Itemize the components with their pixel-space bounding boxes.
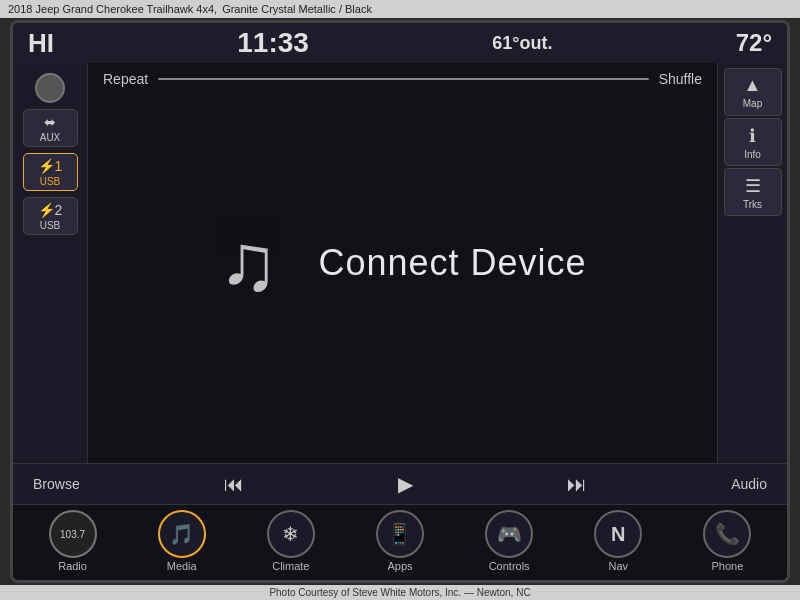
status-bar: HI 11:33 61°out. 72° <box>13 23 787 63</box>
map-label: Map <box>743 98 762 109</box>
climate-label: Climate <box>272 560 309 572</box>
info-label: Info <box>744 149 761 160</box>
aux-button[interactable]: ⬌ AUX <box>23 109 78 147</box>
nav-apps[interactable]: 📱 Apps <box>365 510 435 572</box>
nav-controls[interactable]: 🎮 Controls <box>474 510 544 572</box>
nav-bar: 103.7 Radio 🎵 Media ❄ Climate 📱 Apps 🎮 <box>13 504 787 580</box>
music-note-icon: ♫ <box>218 217 278 309</box>
connect-device-text[interactable]: Connect Device <box>318 242 586 284</box>
nav-label: Nav <box>608 560 628 572</box>
content-area: ⬌ AUX ⚡1 USB ⚡2 USB Repeat Shuffle ♫ <box>13 63 787 463</box>
map-button[interactable]: ▲ Map <box>724 68 782 116</box>
shuffle-label[interactable]: Shuffle <box>659 71 702 87</box>
phone-label: Phone <box>712 560 744 572</box>
usb2-icon: ⚡2 <box>38 202 63 218</box>
radio-circle: 103.7 <box>49 510 97 558</box>
media-icon: 🎵 <box>169 522 194 546</box>
nav-icon: N <box>611 523 625 546</box>
controls-icon: 🎮 <box>497 522 522 546</box>
apps-circle: 📱 <box>376 510 424 558</box>
media-label: Media <box>167 560 197 572</box>
browse-button[interactable]: Browse <box>33 476 80 492</box>
climate-icon: ❄ <box>282 522 299 546</box>
outside-temp: 61°out. <box>492 33 552 54</box>
car-color: Granite Crystal Metallic / Black <box>222 3 372 15</box>
tracks-icon: ☰ <box>745 175 761 197</box>
progress-bar <box>158 78 649 80</box>
main-screen: HI 11:33 61°out. 72° ⬌ AUX ⚡1 USB ⚡2 USB <box>10 20 790 583</box>
interior-temp: 72° <box>736 29 772 57</box>
usb2-button[interactable]: ⚡2 USB <box>23 197 78 235</box>
prev-button[interactable]: ⏮ <box>214 473 254 496</box>
unknown-button[interactable] <box>35 73 65 103</box>
radio-freq: 103.7 <box>60 529 85 540</box>
car-info-bar: 2018 Jeep Grand Cherokee Trailhawk 4x4, … <box>0 0 800 18</box>
usb2-label: USB <box>40 220 61 231</box>
usb1-icon: ⚡1 <box>38 158 63 174</box>
credit-text: Photo Courtesy of Steve White Motors, In… <box>269 587 530 598</box>
info-icon: ℹ <box>749 125 756 147</box>
nav-phone[interactable]: 📞 Phone <box>692 510 762 572</box>
media-circle: 🎵 <box>158 510 206 558</box>
photo-credit: Photo Courtesy of Steve White Motors, In… <box>0 585 800 600</box>
usb1-label: USB <box>40 176 61 187</box>
next-button[interactable]: ⏭ <box>557 473 597 496</box>
clock: 11:33 <box>237 27 309 59</box>
right-panel: ▲ Map ℹ Info ☰ Trks <box>717 63 787 463</box>
nav-media[interactable]: 🎵 Media <box>147 510 217 572</box>
map-icon: ▲ <box>744 75 762 96</box>
apps-label: Apps <box>387 560 412 572</box>
audio-button[interactable]: Audio <box>731 476 767 492</box>
connect-device-row: ♫ Connect Device <box>218 217 586 309</box>
phone-circle: 📞 <box>703 510 751 558</box>
center-content: Repeat Shuffle ♫ Connect Device <box>88 63 717 463</box>
left-panel: ⬌ AUX ⚡1 USB ⚡2 USB <box>13 63 88 463</box>
greeting: HI <box>28 28 54 59</box>
repeat-label[interactable]: Repeat <box>103 71 148 87</box>
info-button[interactable]: ℹ Info <box>724 118 782 166</box>
radio-label: Radio <box>58 560 87 572</box>
transport-bar: Browse ⏮ ▶ ⏭ Audio <box>13 463 787 504</box>
nav-nav[interactable]: N Nav <box>583 510 653 572</box>
nav-radio[interactable]: 103.7 Radio <box>38 510 108 572</box>
controls-circle: 🎮 <box>485 510 533 558</box>
play-button[interactable]: ▶ <box>388 472 423 496</box>
tracks-label: Trks <box>743 199 762 210</box>
phone-icon: 📞 <box>715 522 740 546</box>
nav-circle: N <box>594 510 642 558</box>
controls-label: Controls <box>489 560 530 572</box>
climate-circle: ❄ <box>267 510 315 558</box>
aux-label: AUX <box>40 132 61 143</box>
apps-icon: 📱 <box>387 522 412 546</box>
car-title: 2018 Jeep Grand Cherokee Trailhawk 4x4, <box>8 3 217 15</box>
tracks-button[interactable]: ☰ Trks <box>724 168 782 216</box>
top-bar-controls: Repeat Shuffle <box>88 63 717 95</box>
aux-icon: ⬌ <box>44 114 56 130</box>
usb1-button[interactable]: ⚡1 USB <box>23 153 78 191</box>
nav-climate[interactable]: ❄ Climate <box>256 510 326 572</box>
